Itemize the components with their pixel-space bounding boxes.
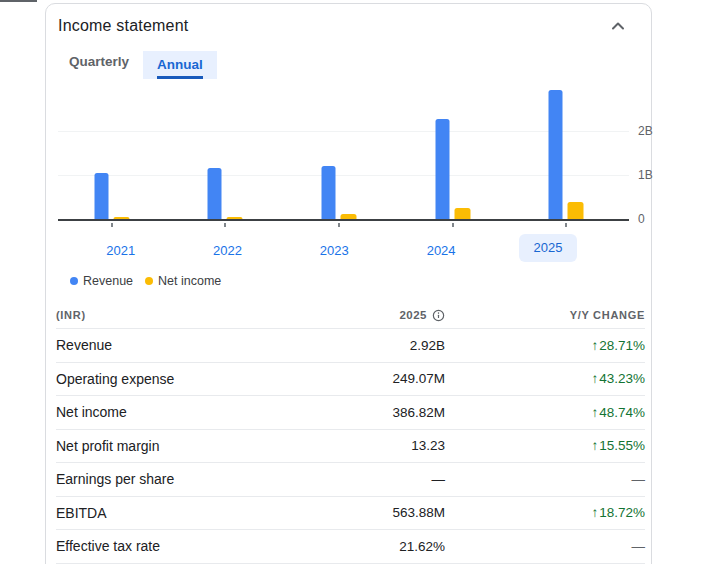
table-row-operating-expense: Operating expense249.07M↑43.23% [56, 363, 645, 397]
chart-legend: RevenueNet income [70, 273, 629, 289]
row-change: ↑48.74% [445, 405, 645, 420]
table-row-ebitda: EBITDA563.88M↑18.72% [56, 497, 645, 531]
row-label: Net profit margin [56, 438, 275, 454]
row-value: — [275, 472, 445, 487]
info-icon[interactable] [432, 309, 445, 322]
bar-group-2021 [94, 173, 129, 219]
period-header: 2025 [275, 309, 445, 322]
row-change: ↑18.72% [445, 505, 645, 520]
chart-plot: 2B1B0 [58, 85, 629, 221]
net-income-bar-2021[interactable] [113, 217, 129, 219]
period-header-label: 2025 [399, 309, 427, 321]
row-label: EBITDA [56, 505, 275, 521]
x-axis-tick-2021 [111, 223, 113, 227]
top-divider [0, 0, 37, 2]
legend-label: Revenue [83, 274, 133, 288]
legend-label: Net income [158, 274, 221, 288]
net-income-bar-2024[interactable] [454, 208, 470, 219]
up-arrow-icon: ↑ [591, 505, 598, 520]
bar-group-2025 [549, 90, 584, 219]
table-row-effective-tax-rate: Effective tax rate21.62%— [56, 530, 645, 564]
year-label-2021[interactable]: 2021 [106, 236, 135, 258]
card-title: Income statement [58, 17, 188, 35]
x-axis-tick-2022 [224, 223, 226, 227]
up-arrow-icon: ↑ [591, 338, 598, 353]
currency-header: (INR) [56, 309, 275, 321]
change-header: Y/Y CHANGE [445, 309, 645, 321]
financials-table: (INR) 2025 Y/Y CHANGE Revenue2.92B↑28.71… [56, 302, 645, 564]
bar-group-2022 [208, 168, 243, 219]
tab-annual-label: Annual [157, 57, 203, 79]
up-arrow-icon: ↑ [591, 371, 598, 386]
row-change: — [445, 539, 645, 554]
revenue-bar-2023[interactable] [322, 166, 336, 219]
year-label-2025[interactable]: 2025 [519, 234, 577, 262]
bar-group-2023 [322, 166, 357, 219]
legend-item-net-income: Net income [145, 274, 221, 288]
y-axis-tick-2B: 2B [638, 124, 653, 138]
net-income-bar-2025[interactable] [568, 202, 584, 219]
y-axis-tick-0: 0 [638, 212, 645, 226]
revenue-legend-dot-icon [70, 277, 78, 285]
card-header: Income statement [46, 4, 651, 48]
year-label-2022[interactable]: 2022 [213, 236, 242, 258]
revenue-bar-2022[interactable] [208, 168, 222, 219]
table-row-revenue: Revenue2.92B↑28.71% [56, 329, 645, 363]
page: Income statement Quarterly Annual 2B1B0 … [0, 0, 702, 564]
up-arrow-icon: ↑ [591, 405, 598, 420]
row-value: 386.82M [275, 405, 445, 420]
row-label: Operating expense [56, 371, 275, 387]
x-axis-tick-2023 [338, 223, 340, 227]
income-statement-card: Income statement Quarterly Annual 2B1B0 … [45, 3, 652, 564]
collapse-button[interactable] [606, 14, 630, 38]
legend-item-revenue: Revenue [70, 274, 133, 288]
net-income-bar-2022[interactable] [227, 217, 243, 219]
table-body: Revenue2.92B↑28.71%Operating expense249.… [56, 329, 645, 564]
chevron-up-icon [611, 19, 625, 34]
tab-quarterly[interactable]: Quarterly [55, 51, 143, 79]
chart-x-labels: 20212022202320242025 [70, 236, 607, 266]
year-label-2023[interactable]: 2023 [320, 236, 349, 258]
row-label: Revenue [56, 337, 275, 353]
row-value: 563.88M [275, 505, 445, 520]
row-label: Net income [56, 404, 275, 420]
x-axis-tick-2025 [565, 223, 567, 227]
tab-quarterly-label: Quarterly [69, 54, 129, 79]
row-change: ↑43.23% [445, 371, 645, 386]
gridline-2B [58, 131, 629, 132]
bar-group-2024 [435, 119, 470, 219]
table-row-earnings-per-share: Earnings per share—— [56, 463, 645, 497]
row-value: 21.62% [275, 539, 445, 554]
row-value: 2.92B [275, 338, 445, 353]
revenue-bar-2021[interactable] [94, 173, 108, 219]
bar-chart: 2B1B0 20212022202320242025 RevenueNet in… [58, 85, 629, 289]
table-row-net-income: Net income386.82M↑48.74% [56, 396, 645, 430]
row-change: ↑15.55% [445, 438, 645, 453]
period-tabs: Quarterly Annual [55, 51, 651, 79]
net-income-legend-dot-icon [145, 277, 153, 285]
tab-annual[interactable]: Annual [143, 51, 217, 79]
net-income-bar-2023[interactable] [341, 214, 357, 219]
revenue-bar-2025[interactable] [549, 90, 563, 219]
table-row-net-profit-margin: Net profit margin13.23↑15.55% [56, 430, 645, 464]
row-value: 13.23 [275, 438, 445, 453]
row-change: — [445, 472, 645, 487]
y-axis-tick-1B: 1B [638, 168, 653, 182]
row-value: 249.07M [275, 371, 445, 386]
up-arrow-icon: ↑ [591, 438, 598, 453]
year-label-2024[interactable]: 2024 [427, 236, 456, 258]
revenue-bar-2024[interactable] [435, 119, 449, 219]
row-label: Earnings per share [56, 471, 275, 487]
row-change: ↑28.71% [445, 338, 645, 353]
table-header-row: (INR) 2025 Y/Y CHANGE [56, 302, 645, 329]
row-label: Effective tax rate [56, 538, 275, 554]
x-axis-tick-2024 [452, 223, 454, 227]
